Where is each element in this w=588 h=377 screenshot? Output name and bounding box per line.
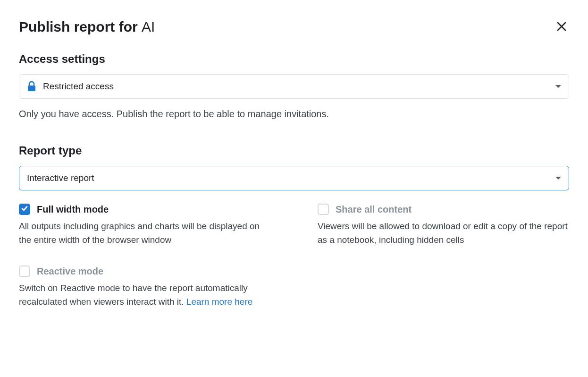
full-width-desc: All outputs including graphics and chart… <box>19 220 270 247</box>
access-helper-text: Only you have access. Publish the report… <box>19 107 569 120</box>
share-all-label: Share all content <box>336 204 412 215</box>
svg-rect-2 <box>28 86 35 91</box>
option-full-width: Full width mode All outputs including gr… <box>19 204 270 247</box>
reactive-desc: Switch on Reactive mode to have the repo… <box>19 282 270 308</box>
option-header: Full width mode <box>19 204 270 215</box>
chevron-down-icon <box>555 85 561 88</box>
options-grid: Full width mode All outputs including gr… <box>19 204 569 308</box>
report-type-heading: Report type <box>19 144 569 157</box>
report-type-selected-value: Interactive report <box>27 173 549 183</box>
reactive-checkbox[interactable] <box>19 266 30 277</box>
option-header: Share all content <box>318 204 569 215</box>
share-all-desc: Viewers will be allowed to download or e… <box>318 220 569 247</box>
title-suffix: AI <box>142 19 155 34</box>
check-icon <box>21 205 28 214</box>
learn-more-link[interactable]: Learn more here <box>186 297 252 307</box>
option-reactive: Reactive mode Switch on Reactive mode to… <box>19 266 270 308</box>
access-selected-value: Restricted access <box>43 81 549 92</box>
dialog-header: Publish report for AI <box>19 19 569 35</box>
reactive-label: Reactive mode <box>37 266 103 277</box>
chevron-down-icon <box>555 177 561 180</box>
title-prefix: Publish report for <box>19 19 142 34</box>
share-all-checkbox[interactable] <box>318 204 329 215</box>
full-width-checkbox[interactable] <box>19 204 30 215</box>
full-width-label: Full width mode <box>37 204 109 215</box>
dialog-title: Publish report for AI <box>19 19 155 35</box>
close-button[interactable] <box>554 19 569 35</box>
report-type-dropdown[interactable]: Interactive report <box>19 166 569 190</box>
lock-icon <box>27 81 36 92</box>
access-settings-heading: Access settings <box>19 52 569 66</box>
option-header: Reactive mode <box>19 266 270 277</box>
option-share-all: Share all content Viewers will be allowe… <box>318 204 569 247</box>
close-icon <box>556 21 567 34</box>
access-dropdown[interactable]: Restricted access <box>19 74 569 99</box>
